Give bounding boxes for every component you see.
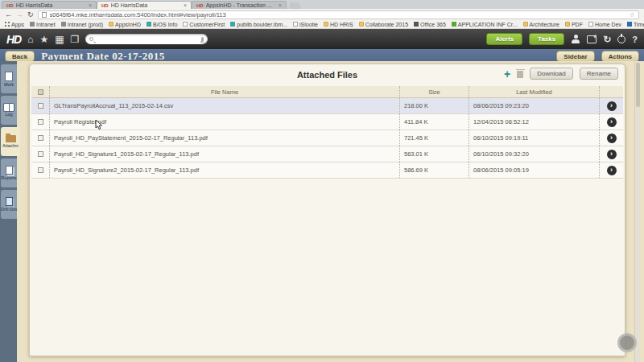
scrollbar-thumb[interactable] (636, 63, 640, 107)
bookmark-bos-info[interactable]: B/OS Info (147, 22, 177, 27)
panel-toolbar: + Download Rename (504, 68, 618, 80)
bookmark-publib[interactable]: publib.boulder.ibm... (230, 22, 287, 27)
rename-button[interactable]: Rename (580, 68, 618, 80)
bookmark-label: HD HRIS (330, 22, 353, 27)
new-tab-button[interactable] (290, 2, 301, 9)
table-row[interactable]: Payroll_HD_Signature2_2015-02-17_Regular… (31, 162, 623, 179)
bookmark-label: B/OS Info (153, 22, 177, 27)
bookmark-label: Office 365 (420, 22, 446, 27)
user-profile-icon[interactable] (571, 35, 580, 43)
site-icon (147, 22, 151, 27)
delete-trash-icon[interactable] (517, 71, 523, 78)
tasks-button[interactable]: Tasks (529, 33, 564, 45)
side-tab-work[interactable]: Work (1, 64, 17, 93)
row-checkbox[interactable] (38, 119, 43, 125)
add-file-icon[interactable]: + (504, 68, 510, 80)
microphone-icon[interactable] (201, 37, 204, 42)
browser-tab-3[interactable]: HD AppsInHD - Transaction ... × (192, 1, 287, 9)
forward-nav-icon[interactable]: → (16, 11, 23, 19)
bookmark-architecture[interactable]: Architecture (523, 22, 559, 27)
select-all-checkbox[interactable] (38, 89, 43, 95)
row-checkbox[interactable] (38, 151, 43, 157)
folder-icon (324, 22, 328, 27)
bookmark-customerfirst[interactable]: CustomerFirst (183, 22, 225, 27)
log-book-icon (4, 104, 14, 111)
browser-tab-2[interactable]: HD HD HarrisData × (97, 1, 192, 9)
table-row[interactable]: Payroll_HD_Signature1_2015-02-17_Regular… (31, 146, 623, 162)
back-nav-icon[interactable]: ← (5, 11, 12, 19)
side-tab-reports[interactable]: Reports (1, 158, 17, 187)
bookmark-time-clock[interactable]: Time Clock (627, 22, 644, 27)
harrisdata-favicon: HD (101, 3, 109, 8)
home-icon[interactable]: ⌂ (27, 35, 33, 44)
side-tab-attachments[interactable]: Attachm... (1, 127, 20, 156)
bookmark-collaborate[interactable]: Collaborate 2015 (359, 22, 408, 27)
table-row[interactable]: Payroll_HD_PayStatement_2015-02-17_Regul… (31, 130, 623, 146)
browser-tab-1[interactable]: HD HD HarrisData × (2, 1, 97, 9)
bookmark-star-icon[interactable]: ☆ (630, 11, 635, 19)
windows-copy-icon[interactable]: ❐ (71, 35, 80, 44)
hd-logo: HD (6, 33, 21, 46)
site-icon (230, 22, 235, 27)
refresh-icon[interactable]: ↻ (603, 34, 611, 45)
harrisdata-favicon: HD (6, 3, 14, 8)
alerts-button[interactable]: Alerts (486, 33, 522, 45)
open-file-arrow-button[interactable]: › (607, 101, 617, 111)
bookmark-appsinhd[interactable]: AppsInHD (109, 22, 141, 27)
bookmark-home-dev[interactable]: Home Dev (588, 22, 621, 27)
sidebar-button[interactable]: Sidebar (556, 51, 594, 62)
bookmark-label: Apps (11, 22, 24, 27)
favorites-star-icon[interactable]: ★ (39, 35, 48, 44)
column-header-last-modified[interactable]: Last Modified (469, 86, 599, 97)
side-tab-log[interactable]: Log (1, 96, 17, 125)
file-name-cell: Payroll_HD_PayStatement_2015-02-17_Regul… (49, 130, 399, 146)
open-file-arrow-button[interactable]: › (607, 117, 617, 127)
grid-menu-icon[interactable]: ▦ (55, 35, 64, 44)
download-button[interactable]: Download (530, 68, 573, 80)
drill-down-docs-icon (6, 197, 13, 206)
bookmark-label: Intranet (prod) (68, 22, 103, 27)
reload-icon[interactable]: ↻ (27, 11, 34, 19)
side-tab-label: Drill Down (1, 207, 17, 212)
address-bar[interactable]: s0645f64.mke.intharrisdata.com:5400/inde… (38, 10, 639, 19)
attached-files-panel: Attached Files + Download Rename File Na… (29, 64, 625, 356)
search-icon (89, 37, 93, 41)
open-file-arrow-button[interactable]: › (607, 134, 617, 143)
bookmark-pdf[interactable]: PDF (565, 22, 583, 27)
side-tab-drill-down[interactable]: Drill Down (1, 190, 17, 219)
bookmark-islootie[interactable]: iSlootie (293, 22, 318, 27)
back-button[interactable]: Back (5, 51, 35, 62)
bookmark-application-inf[interactable]: APPLICATION INF Cr... (452, 22, 518, 27)
tab-close-icon[interactable]: × (89, 2, 92, 8)
work-document-icon (5, 72, 13, 81)
share-icon[interactable] (587, 35, 597, 43)
bookmark-label: APPLICATION INF Cr... (458, 22, 518, 27)
column-header-size[interactable]: Size (399, 86, 469, 97)
table-row[interactable]: Payroll Register.pdf 411.84 K 12/04/2015… (31, 114, 623, 130)
power-logout-icon[interactable] (617, 35, 625, 43)
bookmark-hd-hris[interactable]: HD HRIS (324, 22, 353, 27)
browser-tab-strip: HD HD HarrisData × HD HD HarrisData × HD… (0, 0, 644, 9)
row-checkbox[interactable] (38, 135, 43, 141)
bookmark-office365[interactable]: Office 365 (414, 22, 446, 27)
tab-close-icon[interactable]: × (184, 2, 187, 8)
bookmark-intranet[interactable]: Intranet (30, 22, 56, 27)
row-checkbox[interactable] (38, 167, 43, 173)
file-name-cell: Payroll_HD_Signature1_2015-02-17_Regular… (49, 146, 399, 162)
file-name-cell: Payroll_HD_Signature2_2015-02-17_Regular… (49, 162, 399, 178)
tab-close-icon[interactable]: × (279, 2, 282, 8)
bookmark-intranet-prod[interactable]: Intranet (prod) (61, 22, 103, 27)
column-header-file-name[interactable]: File Name (49, 86, 399, 97)
bookmark-label: Architecture (530, 22, 559, 27)
help-icon[interactable]: ? (632, 35, 638, 44)
last-modified-cell: 08/06/2015 09:05:19 (469, 162, 599, 178)
global-search-input[interactable] (85, 34, 208, 44)
scrollbar[interactable] (634, 61, 640, 362)
open-file-arrow-button[interactable]: › (607, 150, 617, 159)
open-file-arrow-button[interactable]: › (607, 166, 617, 175)
bookmark-apps[interactable]: Apps (5, 22, 24, 27)
table-row[interactable]: GLTransPayrollAccrual_113_2015-02-14.csv… (31, 98, 623, 114)
content-area: Work Log Attachm... Reports Drill Down A… (0, 61, 644, 362)
actions-button[interactable]: Actions (601, 51, 639, 62)
row-checkbox[interactable] (38, 103, 43, 109)
